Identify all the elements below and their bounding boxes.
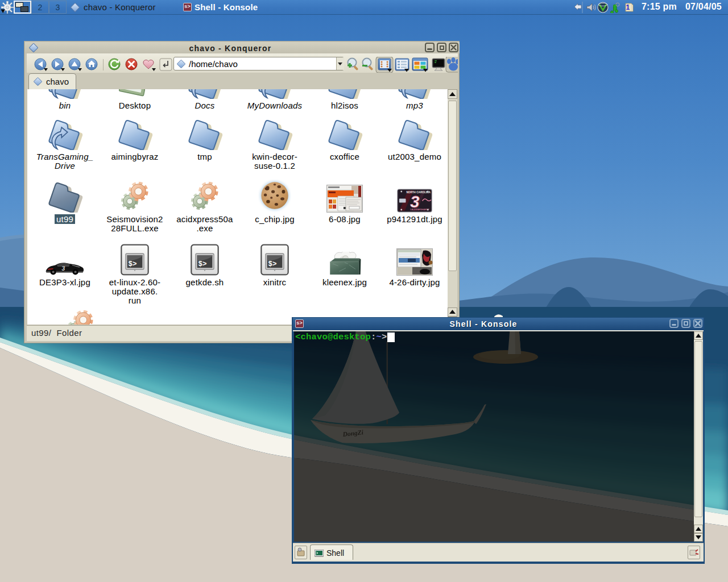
svg-text:1: 1 (626, 3, 630, 11)
